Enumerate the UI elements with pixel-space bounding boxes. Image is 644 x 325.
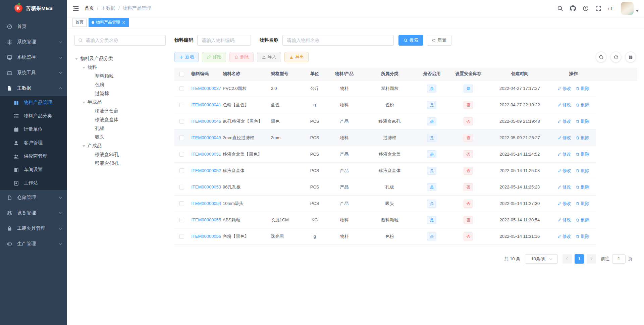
row-edit-link[interactable]: 修改 [557,151,571,157]
row-checkbox[interactable] [179,168,184,173]
row-checkbox[interactable] [179,136,184,140]
row-delete-link[interactable]: 删除 [576,233,589,239]
sidebar-item-fixture-mgmt[interactable]: 工装夹具管理 [0,221,67,236]
header-search-icon[interactable] [557,5,563,11]
row-delete-link[interactable]: 删除 [576,151,589,157]
row-edit-link[interactable]: 修改 [557,102,571,108]
row-delete-link[interactable]: 删除 [576,201,589,207]
tree-node[interactable]: 色粉 [74,80,166,89]
prev-page-button[interactable] [562,254,572,264]
breadcrumb-home[interactable]: 首页 [85,5,94,11]
delete-button[interactable]: 删除 [229,52,254,62]
edit-button[interactable]: 修改 [202,52,226,62]
sidebar-item-master-data[interactable]: 主数据 [0,80,67,96]
fullscreen-icon[interactable] [595,5,601,11]
tab-close-icon[interactable] [122,20,126,24]
breadcrumb-section[interactable]: 主数据 [101,5,115,11]
row-delete-link[interactable]: 删除 [576,86,589,92]
table-refresh-button[interactable] [610,52,621,62]
select-all-checkbox[interactable] [179,72,184,76]
item-code-link[interactable]: ITEM00000053 [191,184,221,189]
sidebar-item-material-product-mgmt[interactable]: 物料产品管理 [0,96,67,109]
page-size-select[interactable]: 10条/页 [525,254,558,264]
sidebar-item-production-mgmt[interactable]: 生产管理 [0,236,67,252]
code-filter-input[interactable] [197,35,251,46]
sidebar-item-equipment-mgmt[interactable]: 设备管理 [0,205,67,221]
item-code-link[interactable]: ITEM00000056 [191,234,221,239]
row-checkbox[interactable] [179,86,184,91]
item-code-link[interactable]: ITEM00000055 [191,217,221,222]
table-search-button[interactable] [596,52,606,62]
sidebar-item-customer-mgmt[interactable]: 客户管理 [0,136,67,150]
tree-node[interactable]: 过滤棉 [74,89,166,98]
tree-node[interactable]: 移液盒盒盖 [74,107,166,115]
row-edit-link[interactable]: 修改 [557,118,571,124]
sidebar-item-system-tools[interactable]: 系统工具 [0,65,67,80]
sidebar-item-supplier-mgmt[interactable]: 供应商管理 [0,150,67,163]
avatar[interactable] [621,2,634,15]
item-code-link[interactable]: ITEM00000041 [191,102,221,107]
row-checkbox[interactable] [179,201,184,206]
item-code-link[interactable]: ITEM00000052 [191,168,221,173]
page-jump-input[interactable] [612,254,626,264]
name-filter-input[interactable] [282,35,394,46]
tree-node[interactable]: 移液盒盒体 [74,115,166,124]
sidebar-item-system-admin[interactable]: 系统管理 [0,34,67,50]
item-code-link[interactable]: ITEM00000051 [191,152,221,157]
item-code-link[interactable]: ITEM00000054 [191,201,221,206]
row-edit-link[interactable]: 修改 [557,184,571,190]
tree-node[interactable]: 物料及产品分类 [74,54,166,63]
export-button[interactable]: 导出 [284,52,309,62]
row-edit-link[interactable]: 修改 [557,168,571,174]
tree-node[interactable]: 半成品 [74,98,166,107]
font-size-icon[interactable]: tT [608,5,614,11]
tree-node[interactable]: 孔板 [74,124,166,133]
sidebar-item-warehouse-mgmt[interactable]: 仓储管理 [0,190,67,205]
sidebar-item-workstation[interactable]: 工作站 [0,176,67,190]
page-number-button[interactable]: 1 [575,254,584,264]
row-delete-link[interactable]: 删除 [576,102,589,108]
row-delete-link[interactable]: 删除 [576,184,589,190]
import-button[interactable]: 导入 [257,52,281,62]
row-edit-link[interactable]: 修改 [557,135,571,141]
sidebar-item-material-product-category[interactable]: 物料产品分类 [0,109,67,123]
tree-node[interactable]: 移液盒96孔 [74,150,166,159]
row-checkbox[interactable] [179,152,184,157]
row-checkbox[interactable] [179,103,184,107]
reset-button[interactable]: 重置 [427,35,451,46]
item-code-link[interactable]: ITEM00000049 [191,135,221,140]
user-menu[interactable] [621,2,639,15]
tree-node[interactable]: 吸头 [74,133,166,142]
row-checkbox[interactable] [179,234,184,239]
row-delete-link[interactable]: 删除 [576,135,589,141]
table-columns-button[interactable] [625,52,636,62]
search-button[interactable]: 搜索 [398,35,423,46]
tree-node[interactable]: 塑料颗粒 [74,72,166,80]
sidebar-item-system-monitor[interactable]: 系统监控 [0,50,67,65]
row-edit-link[interactable]: 修改 [557,233,571,239]
sidebar-toggle-icon[interactable] [72,5,79,12]
app-logo[interactable]: K 苦糖果MES [0,0,67,17]
sidebar-item-home[interactable]: 首页 [0,19,67,34]
row-checkbox[interactable] [179,218,184,222]
sidebar-item-workshop-setting[interactable]: 车间设置 [0,163,67,176]
help-icon[interactable]: ? [583,5,589,11]
tab-home[interactable]: 首页 [72,18,87,27]
item-code-link[interactable]: ITEM00000037 [191,86,221,91]
github-icon[interactable] [570,5,576,11]
row-edit-link[interactable]: 修改 [557,201,571,207]
row-edit-link[interactable]: 修改 [557,86,571,92]
row-checkbox[interactable] [179,185,184,189]
item-code-link[interactable]: ITEM00000046 [191,119,221,124]
add-button[interactable]: 新增 [174,52,199,62]
tree-node[interactable]: 物料 [74,63,166,72]
tree-node[interactable]: 移液盒48孔 [74,159,166,168]
row-delete-link[interactable]: 删除 [576,168,589,174]
next-page-button[interactable] [587,254,596,264]
tab-material-product-mgmt[interactable]: 物料产品管理 [89,18,129,27]
row-delete-link[interactable]: 删除 [576,217,589,223]
row-edit-link[interactable]: 修改 [557,217,571,223]
sidebar-item-measure-unit[interactable]: 计量单位 [0,123,67,136]
row-checkbox[interactable] [179,119,184,124]
tree-node[interactable]: 产成品 [74,142,166,150]
